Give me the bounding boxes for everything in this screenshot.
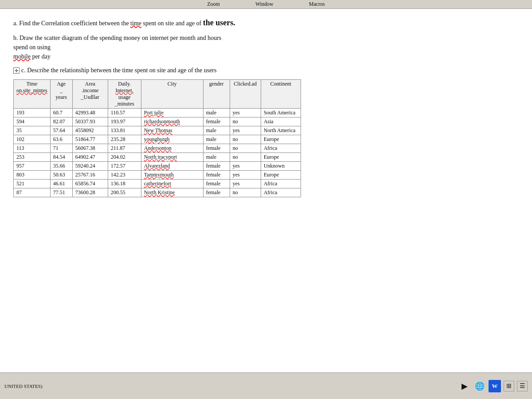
table-row: 87 77.51 73600.28 200.55 North Kristine … (14, 188, 301, 197)
table-row: 253 84.54 64902.47 204.02 North tracypor… (14, 153, 301, 162)
cell-age: 60.7 (50, 109, 72, 117)
cell-time: 253 (14, 153, 51, 162)
cell-area: 65856.74 (72, 180, 108, 188)
cell-continent: Europe (261, 135, 301, 144)
cell-gender: female (203, 188, 230, 197)
play-icon[interactable]: ▶ (458, 380, 471, 392)
header-area-line1: Area (75, 81, 105, 87)
cell-age: 84.54 (50, 153, 72, 162)
taskbar-icons: ▶ 🌐 W ⊞ ☰ (458, 380, 528, 392)
word-icon[interactable]: W (489, 380, 501, 392)
main-content: a. Find the Correlation coefficient betw… (0, 9, 532, 381)
cell-daily: 172.57 (108, 162, 141, 171)
cell-city: richardsonmouth (141, 117, 203, 126)
header-time-line1: Time (16, 81, 47, 87)
cell-age: 71 (50, 144, 72, 153)
table-row: 957 35.66 59240.24 172.57 Alvarezland fe… (14, 162, 301, 171)
cell-age: 50.63 (50, 171, 72, 180)
question-b-line2: spend on using (13, 43, 519, 52)
cell-city: Alvarezland (141, 162, 203, 171)
question-a: a. Find the Correlation coefficient betw… (13, 17, 519, 29)
grid-icon[interactable]: ⊞ (504, 381, 514, 391)
cell-continent: Unknown (261, 162, 301, 171)
cell-time: 35 (14, 126, 51, 135)
move-handle-icon[interactable]: ✛ (13, 67, 20, 74)
cell-gender: female (203, 180, 230, 188)
cell-gender: male (203, 126, 230, 135)
cell-city: youngburgh (141, 135, 203, 144)
header-gender: gender (203, 80, 230, 109)
cell-gender: male (203, 153, 230, 162)
header-daily: Daily. Internet. usage _minutes (108, 80, 141, 109)
cell-city: New Thomas (141, 126, 203, 135)
cell-daily: 110.57 (108, 109, 141, 117)
header-area-line2: .income (75, 87, 105, 94)
question-b-line1: b. Draw the scatter diagram of the spend… (13, 33, 519, 43)
cell-daily: 235.28 (108, 135, 141, 144)
cell-area: 42993.48 (72, 109, 108, 117)
header-time: Time on.site_mintes (14, 80, 51, 109)
cell-clicked: no (230, 188, 261, 197)
cell-gender: female (203, 117, 230, 126)
cell-area: 59240.24 (72, 162, 108, 171)
cell-time: 102 (14, 135, 51, 144)
header-daily-line1: Daily. (111, 81, 138, 87)
cell-continent: South America (261, 109, 301, 117)
cell-continent: Africa (261, 180, 301, 188)
macros-label[interactable]: Macros (309, 1, 325, 8)
window-label[interactable]: Window (255, 1, 274, 8)
cell-clicked: no (230, 135, 261, 144)
cell-age: 63.6 (50, 135, 72, 144)
cell-time: 594 (14, 117, 51, 126)
top-menu-bar: Zoom Window Macros (0, 0, 532, 9)
cell-area: 64902.47 (72, 153, 108, 162)
cell-daily: 211.87 (108, 144, 141, 153)
cell-time: 87 (14, 188, 51, 197)
cell-area: 73600.28 (72, 188, 108, 197)
header-time-line2: on.site_mintes (16, 87, 47, 94)
table-row: 113 71 56067.38 211.87 Andersonton femal… (14, 144, 301, 153)
header-clicked-label: Clicked.ad (233, 81, 258, 87)
cell-continent: Europe (261, 171, 301, 180)
cell-time: 803 (14, 171, 51, 180)
cell-clicked: no (230, 117, 261, 126)
cell-clicked: yes (230, 126, 261, 135)
cell-city: Tammymouth (141, 171, 203, 180)
cell-continent: Africa (261, 188, 301, 197)
table-row: 521 46.61 65856.74 136.18 catherinefort … (14, 180, 301, 188)
header-age: Age _ years (50, 80, 72, 109)
cell-clicked: yes (230, 171, 261, 180)
browser-icon[interactable]: 🌐 (473, 380, 486, 392)
table-row: 102 63.6 51864.77 235.28 youngburgh male… (14, 135, 301, 144)
header-daily-line2: Internet. (111, 87, 138, 94)
cell-daily: 142.23 (108, 171, 141, 180)
list-icon[interactable]: ☰ (517, 381, 528, 391)
cell-continent: Africa (261, 144, 301, 153)
cell-clicked: yes (230, 180, 261, 188)
cell-area: 56067.38 (72, 144, 108, 153)
cell-age: 57.64 (50, 126, 72, 135)
cell-gender: female (203, 171, 230, 180)
question-b-line3: mobile per day (13, 52, 519, 61)
header-age-line2: _ (53, 87, 70, 94)
cell-time: 113 (14, 144, 51, 153)
cell-city: North tracyport (141, 153, 203, 162)
header-gender-label: gender (206, 81, 227, 87)
cell-gender: female (203, 162, 230, 171)
cell-area: 25767.16 (72, 171, 108, 180)
header-daily-line3: usage (111, 94, 138, 101)
question-a-mid: spent on site and age of (141, 20, 203, 27)
cell-daily: 193.97 (108, 117, 141, 126)
cell-gender: male (203, 109, 230, 117)
table-row: 193 60.7 42993.48 110.57 Port julie male… (14, 109, 301, 117)
table-row: 594 82.07 50337.93 193.97 richardsonmout… (14, 117, 301, 126)
cell-gender: female (203, 144, 230, 153)
zoom-label[interactable]: Zoom (207, 1, 220, 8)
header-city-label: City (144, 81, 200, 87)
cell-time: 521 (14, 180, 51, 188)
header-age-line3: years (53, 94, 70, 101)
cell-daily: 133.81 (108, 126, 141, 135)
cell-area: 50337.93 (72, 117, 108, 126)
header-city: City (141, 80, 203, 109)
cell-area: 4558092 (72, 126, 108, 135)
